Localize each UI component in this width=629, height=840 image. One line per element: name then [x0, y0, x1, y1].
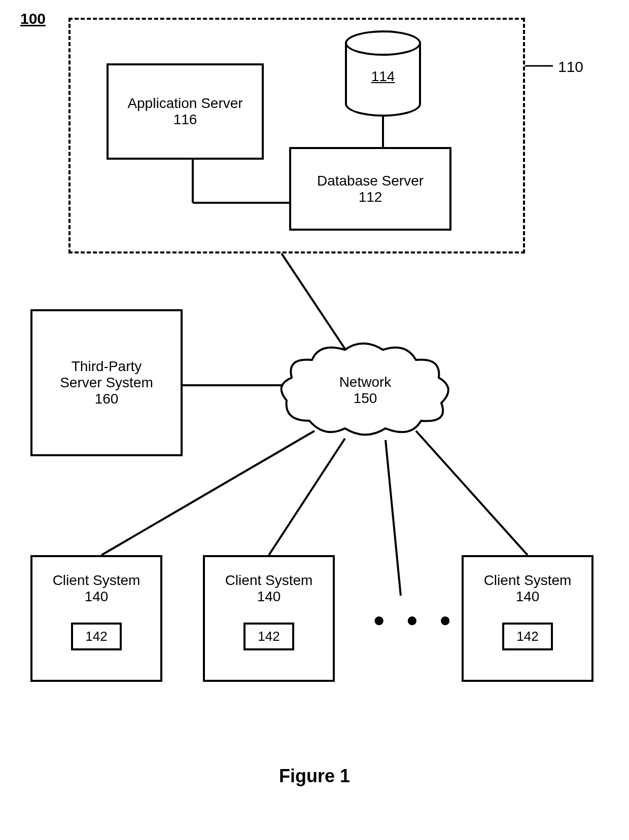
client-inner-box: 142 — [71, 623, 122, 650]
database-server-title: Database Server — [317, 173, 424, 189]
application-server-box: Application Server 116 — [107, 63, 264, 160]
client-num: 140 — [205, 589, 333, 605]
third-party-line2: Server System — [60, 375, 153, 391]
svg-line-4 — [282, 253, 345, 349]
server-group-label: 110 — [558, 58, 583, 76]
figure-caption: Figure 1 — [0, 765, 629, 787]
network-num: 150 — [354, 390, 377, 407]
network-label-wrap: Network 150 — [274, 340, 457, 441]
client-inner-box: 142 — [502, 623, 553, 650]
client-num: 140 — [464, 589, 591, 605]
system-label: 100 — [20, 10, 46, 27]
cylinder-top — [345, 30, 421, 56]
database-server-box: Database Server 112 — [289, 147, 451, 231]
client-title: Client System — [32, 572, 160, 589]
application-server-title: Application Server — [127, 95, 242, 112]
client-inner-num: 142 — [258, 629, 279, 644]
client-title: Client System — [464, 572, 591, 589]
client-inner-num: 142 — [85, 629, 107, 644]
svg-line-9 — [386, 440, 401, 596]
svg-line-8 — [416, 431, 528, 555]
third-party-num: 160 — [95, 391, 119, 407]
ellipsis: ● ● ● — [373, 608, 459, 631]
client-title: Client System — [205, 572, 333, 589]
client-inner-box: 142 — [243, 623, 294, 650]
cylinder-bottom — [345, 91, 421, 117]
datastore-num: 114 — [345, 68, 421, 85]
third-party-box: Third-Party Server System 160 — [30, 309, 183, 456]
network-title: Network — [339, 374, 392, 390]
diagram-canvas: 100 110 Application Server 116 114 Datab… — [0, 0, 629, 840]
svg-line-7 — [269, 439, 345, 555]
application-server-num: 116 — [173, 112, 197, 128]
datastore-cylinder: 114 — [345, 30, 421, 117]
client-inner-num: 142 — [516, 629, 538, 644]
third-party-line1: Third-Party — [72, 358, 142, 375]
client-system-box: Client System 140 142 — [203, 555, 335, 682]
client-num: 140 — [32, 589, 160, 605]
network-cloud: Network 150 — [274, 340, 457, 441]
client-system-box: Client System 140 142 — [30, 555, 162, 682]
client-system-box: Client System 140 142 — [462, 555, 593, 682]
database-server-num: 112 — [359, 189, 382, 205]
